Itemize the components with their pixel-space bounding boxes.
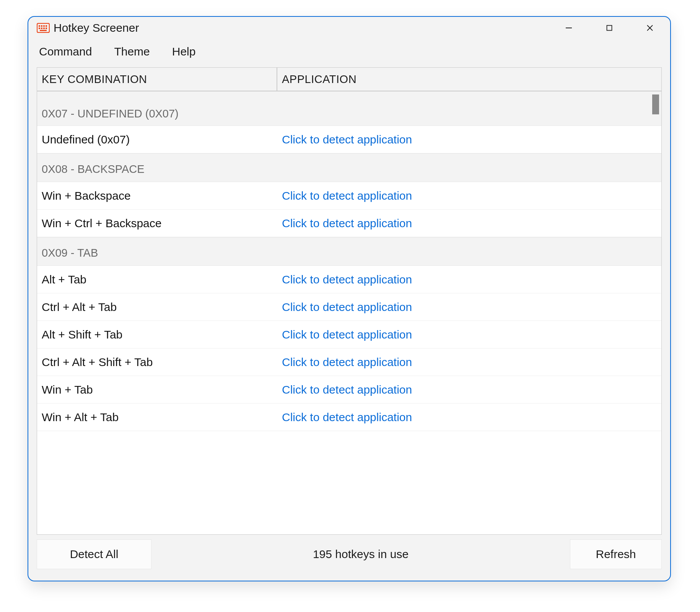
svg-rect-9 [40, 30, 47, 31]
table-row[interactable]: Win + Ctrl + BackspaceClick to detect ap… [37, 210, 661, 237]
menu-command[interactable]: Command [38, 43, 93, 60]
minimize-button[interactable] [549, 17, 589, 39]
cell-key-combination: Win + Backspace [37, 189, 277, 202]
window-controls [549, 17, 670, 39]
svg-rect-7 [43, 28, 45, 29]
detect-application-link[interactable]: Click to detect application [282, 273, 412, 286]
scrollbar-thumb[interactable] [652, 94, 659, 114]
keyboard-icon [37, 23, 50, 33]
cell-key-combination: Undefined (0x07) [37, 133, 277, 146]
cell-key-combination: Ctrl + Alt + Tab [37, 301, 277, 314]
cell-key-combination: Win + Tab [37, 383, 277, 396]
cell-key-combination: Win + Ctrl + Backspace [37, 217, 277, 230]
maximize-button[interactable] [589, 17, 630, 39]
svg-rect-3 [43, 25, 45, 27]
column-header-application[interactable]: APPLICATION [277, 68, 661, 91]
menubar: Command Theme Help [28, 39, 670, 64]
menu-theme[interactable]: Theme [113, 43, 150, 60]
table-row[interactable]: Ctrl + Alt + TabClick to detect applicat… [37, 293, 661, 321]
svg-rect-11 [607, 26, 612, 31]
svg-rect-8 [46, 28, 47, 29]
cell-application: Click to detect application [277, 301, 661, 314]
table-row[interactable]: Win + Alt + TabClick to detect applicati… [37, 404, 661, 431]
cell-application: Click to detect application [277, 133, 661, 146]
detect-application-link[interactable]: Click to detect application [282, 189, 412, 202]
cell-key-combination: Win + Alt + Tab [37, 411, 277, 424]
cell-application: Click to detect application [277, 217, 661, 230]
detect-all-button[interactable]: Detect All [37, 539, 151, 569]
group-header: 0X08 - BACKSPACE [37, 153, 661, 182]
table-header: KEY COMBINATION APPLICATION [37, 68, 661, 91]
detect-application-link[interactable]: Click to detect application [282, 301, 412, 313]
detect-application-link[interactable]: Click to detect application [282, 217, 412, 230]
column-header-key[interactable]: KEY COMBINATION [37, 68, 277, 91]
cell-key-combination: Alt + Tab [37, 273, 277, 286]
app-window: Hotkey Screener Command Theme [28, 16, 671, 581]
table-row[interactable]: Ctrl + Alt + Shift + TabClick to detect … [37, 348, 661, 376]
table-row[interactable]: Undefined (0x07)Click to detect applicat… [37, 126, 661, 153]
svg-rect-5 [39, 28, 40, 29]
window-title: Hotkey Screener [54, 21, 139, 34]
svg-rect-4 [46, 25, 47, 27]
titlebar: Hotkey Screener [28, 17, 670, 39]
detect-application-link[interactable]: Click to detect application [282, 411, 412, 423]
svg-rect-6 [41, 28, 42, 29]
table-body[interactable]: 0X07 - UNDEFINED (0X07)Undefined (0x07)C… [37, 91, 661, 534]
table-row[interactable]: Win + TabClick to detect application [37, 376, 661, 404]
detect-application-link[interactable]: Click to detect application [282, 328, 412, 341]
menu-help[interactable]: Help [171, 43, 197, 60]
detect-application-link[interactable]: Click to detect application [282, 133, 412, 146]
table-row[interactable]: Alt + Shift + TabClick to detect applica… [37, 321, 661, 348]
cell-key-combination: Alt + Shift + Tab [37, 328, 277, 341]
cell-application: Click to detect application [277, 356, 661, 369]
close-button[interactable] [630, 17, 670, 39]
cell-application: Click to detect application [277, 383, 661, 396]
svg-rect-2 [41, 25, 42, 27]
group-header: 0X09 - TAB [37, 237, 661, 266]
cell-application: Click to detect application [277, 273, 661, 286]
svg-rect-1 [39, 25, 40, 27]
table-row[interactable]: Win + BackspaceClick to detect applicati… [37, 182, 661, 210]
footer-bar: Detect All 195 hotkeys in use Refresh [28, 535, 670, 581]
vertical-scrollbar[interactable] [651, 91, 660, 533]
status-text: 195 hotkeys in use [159, 548, 562, 561]
refresh-button[interactable]: Refresh [570, 539, 662, 569]
cell-application: Click to detect application [277, 411, 661, 424]
detect-application-link[interactable]: Click to detect application [282, 356, 412, 368]
cell-key-combination: Ctrl + Alt + Shift + Tab [37, 356, 277, 369]
table-row[interactable]: Alt + TabClick to detect application [37, 266, 661, 293]
detect-application-link[interactable]: Click to detect application [282, 383, 412, 396]
cell-application: Click to detect application [277, 328, 661, 341]
group-header: 0X07 - UNDEFINED (0X07) [37, 91, 661, 126]
hotkey-table: KEY COMBINATION APPLICATION 0X07 - UNDEF… [37, 67, 662, 535]
cell-application: Click to detect application [277, 189, 661, 202]
